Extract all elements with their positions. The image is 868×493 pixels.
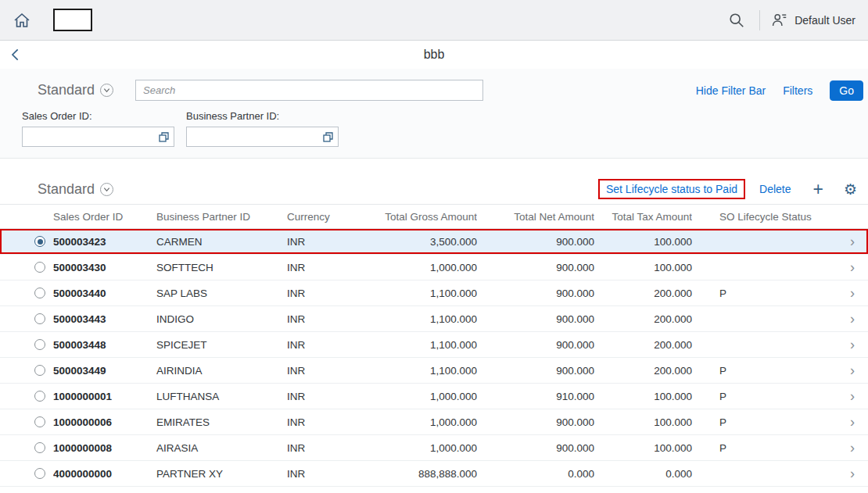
- home-button[interactable]: [11, 9, 33, 31]
- cell-currency: INR: [287, 442, 373, 454]
- cell-total-tax-amount: 200.000: [594, 313, 692, 325]
- table-row[interactable]: 4000000000 PARTNER XY INR 888,888.000 0.…: [0, 461, 868, 487]
- table-row[interactable]: 500003423 CARMEN INR 3,500.000 900.000 1…: [0, 229, 868, 255]
- row-select-radio[interactable]: [34, 262, 45, 273]
- cell-currency: INR: [287, 313, 373, 325]
- row-select-radio[interactable]: [34, 391, 45, 402]
- cell-total-net-amount: 900.000: [477, 313, 594, 325]
- cell-business-partner-id: EMIRATES: [156, 416, 287, 428]
- user-name: Default User: [794, 14, 855, 27]
- search-button[interactable]: [725, 9, 748, 32]
- search-icon: [728, 12, 745, 29]
- table-variant-label: Standard: [38, 181, 95, 198]
- cell-currency: INR: [287, 339, 373, 351]
- chevron-right-icon[interactable]: ›: [837, 466, 868, 482]
- row-select-radio[interactable]: [34, 236, 45, 247]
- chevron-right-icon[interactable]: ›: [837, 337, 868, 353]
- table-header-row: Sales Order ID Business Partner ID Curre…: [0, 204, 868, 229]
- column-header-total-net-amount[interactable]: Total Net Amount: [477, 211, 594, 223]
- column-header-business-partner-id[interactable]: Business Partner ID: [156, 211, 287, 223]
- hide-filter-bar-link[interactable]: Hide Filter Bar: [696, 84, 766, 97]
- cell-business-partner-id: CARMEN: [156, 236, 287, 248]
- value-help-icon[interactable]: [321, 130, 335, 144]
- cell-business-partner-id: SPICEJET: [156, 339, 287, 351]
- table-row[interactable]: 500003448 SPICEJET INR 1,100.000 900.000…: [0, 332, 868, 358]
- column-header-currency[interactable]: Currency: [287, 211, 373, 223]
- cell-total-tax-amount: 200.000: [594, 365, 692, 377]
- settings-gear-icon[interactable]: ⚙: [844, 182, 857, 197]
- cell-total-net-amount: 0.000: [477, 468, 594, 480]
- cell-sales-order-id: 4000000000: [53, 468, 156, 480]
- row-select-radio[interactable]: [34, 288, 45, 298]
- table-row[interactable]: 1000000006 EMIRATES INR 1,000.000 900.00…: [0, 409, 868, 435]
- cell-total-net-amount: 900.000: [477, 339, 594, 351]
- user-menu[interactable]: Default User: [771, 12, 855, 29]
- delete-button[interactable]: Delete: [759, 183, 791, 195]
- row-select-radio[interactable]: [34, 442, 45, 453]
- business-partner-id-input[interactable]: [186, 127, 339, 147]
- chevron-right-icon[interactable]: ›: [837, 311, 868, 327]
- cell-business-partner-id: AIRASIA: [156, 442, 287, 454]
- column-header-total-gross-amount[interactable]: Total Gross Amount: [373, 211, 477, 223]
- sales-order-id-input[interactable]: [22, 127, 174, 147]
- chevron-right-icon[interactable]: ›: [837, 285, 868, 302]
- cell-business-partner-id: SAP LABS: [156, 288, 287, 299]
- cell-currency: INR: [287, 416, 373, 428]
- cell-sales-order-id: 500003448: [53, 339, 156, 351]
- row-select-radio[interactable]: [34, 339, 45, 350]
- go-button[interactable]: Go: [830, 80, 863, 101]
- table-row[interactable]: 500003449 AIRINDIA INR 1,100.000 900.000…: [0, 358, 868, 384]
- chevron-right-icon[interactable]: ›: [837, 259, 868, 276]
- cell-so-lifecycle-status: P: [692, 442, 837, 454]
- row-select-radio[interactable]: [34, 365, 45, 376]
- cell-currency: INR: [287, 391, 373, 402]
- table-row[interactable]: 1000000001 LUFTHANSA INR 1,000.000 910.0…: [0, 384, 868, 409]
- cell-business-partner-id: INDIGO: [156, 313, 287, 325]
- chevron-right-icon[interactable]: ›: [837, 440, 868, 456]
- chevron-right-icon[interactable]: ›: [837, 363, 868, 379]
- cell-sales-order-id: 1000000008: [53, 442, 156, 454]
- row-select-radio[interactable]: [34, 313, 45, 324]
- shell-header: Default User: [0, 0, 868, 41]
- value-help-icon[interactable]: [157, 130, 170, 144]
- search-input[interactable]: [135, 80, 483, 101]
- filter-bar: Standard Hide Filter Bar Filters Go Sale…: [0, 69, 868, 159]
- table-row[interactable]: 500003440 SAP LABS INR 1,100.000 900.000…: [0, 280, 868, 306]
- cell-sales-order-id: 500003449: [53, 365, 156, 377]
- column-header-so-lifecycle-status[interactable]: SO Lifecycle Status: [692, 211, 837, 223]
- cell-sales-order-id: 500003440: [53, 288, 156, 299]
- application-window: Default User bbb Standard Hide Filter Ba…: [0, 0, 868, 487]
- chevron-right-icon[interactable]: ›: [837, 388, 868, 405]
- filter-variant-selector[interactable]: Standard: [38, 82, 113, 98]
- column-header-sales-order-id[interactable]: Sales Order ID: [53, 211, 156, 223]
- cell-total-gross-amount: 1,100.000: [373, 313, 477, 325]
- logo[interactable]: [53, 9, 92, 31]
- column-header-total-tax-amount[interactable]: Total Tax Amount: [594, 211, 692, 223]
- home-icon: [13, 11, 31, 30]
- table-row[interactable]: 500003443 INDIGO INR 1,100.000 900.000 2…: [0, 306, 868, 332]
- chevron-right-icon[interactable]: ›: [837, 414, 868, 430]
- row-select-radio[interactable]: [34, 416, 45, 427]
- page-title: bbb: [0, 48, 868, 62]
- filters-link[interactable]: Filters: [783, 84, 812, 97]
- cell-total-gross-amount: 3,500.000: [373, 236, 477, 248]
- table-row[interactable]: 1000000008 AIRASIA INR 1,000.000 900.000…: [0, 435, 868, 461]
- table-variant-selector[interactable]: Standard: [38, 181, 113, 198]
- chevron-down-icon: [100, 183, 113, 196]
- cell-currency: INR: [287, 262, 373, 273]
- cell-total-net-amount: 900.000: [477, 262, 594, 273]
- cell-business-partner-id: SOFTTECH: [156, 262, 287, 273]
- row-select-radio[interactable]: [34, 468, 45, 479]
- cell-currency: INR: [287, 288, 373, 299]
- table-row[interactable]: 500003430 SOFTTECH INR 1,000.000 900.000…: [0, 255, 868, 280]
- cell-total-net-amount: 900.000: [477, 236, 594, 248]
- chevron-right-icon[interactable]: ›: [837, 234, 868, 250]
- cell-total-tax-amount: 100.000: [594, 236, 692, 248]
- chevron-down-icon: [100, 84, 113, 97]
- cell-so-lifecycle-status: P: [692, 416, 837, 428]
- cell-total-tax-amount: 100.000: [594, 416, 692, 428]
- cell-total-tax-amount: 100.000: [594, 442, 692, 454]
- add-icon[interactable]: +: [813, 180, 823, 198]
- cell-so-lifecycle-status: P: [692, 288, 837, 299]
- set-lifecycle-status-to-paid-button[interactable]: Set Lifecycle status to Paid: [606, 183, 737, 195]
